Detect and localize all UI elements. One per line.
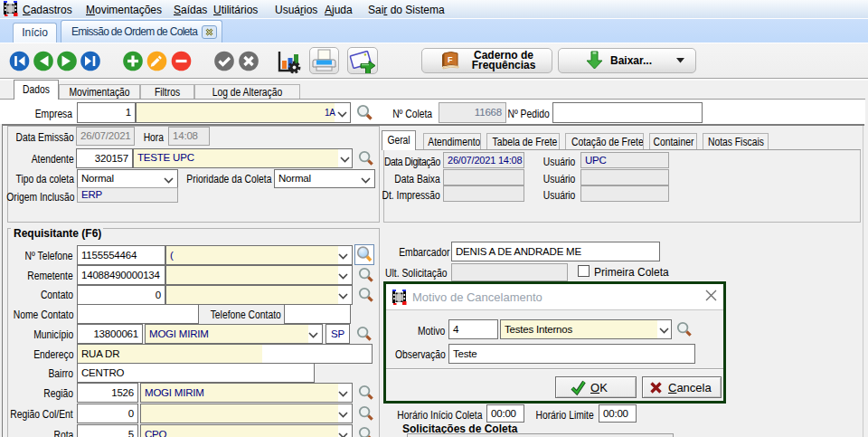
svg-text:F: F <box>448 55 453 64</box>
